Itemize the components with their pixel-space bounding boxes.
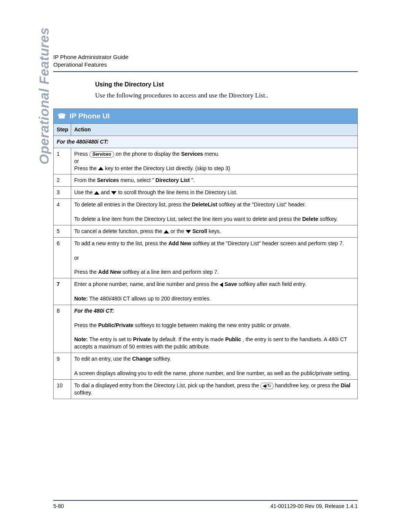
text: ". bbox=[191, 177, 195, 183]
step-num: 1 bbox=[54, 148, 71, 174]
table-row: 7 Enter a phone number, name, and line n… bbox=[54, 278, 358, 305]
text: Add New bbox=[168, 240, 191, 246]
text: softkey at a line item and perform step … bbox=[123, 269, 219, 275]
text: Press the bbox=[74, 269, 98, 275]
text: The entry is set to bbox=[89, 336, 133, 342]
phone-icon: ☎ bbox=[57, 112, 66, 120]
text: To delete all entries in the Directory l… bbox=[74, 201, 192, 208]
table-row: 8 For the 480i CT: Press the Public/Priv… bbox=[54, 305, 358, 353]
text: Public bbox=[225, 336, 241, 342]
procedure-title: IP Phone UI bbox=[70, 112, 110, 120]
text: Press bbox=[74, 151, 89, 157]
col-step: Step bbox=[54, 124, 71, 136]
text: softkey. bbox=[74, 390, 92, 396]
text: To add a new entry to the list, press th… bbox=[74, 240, 168, 246]
text: Scroll bbox=[193, 228, 207, 234]
doc-revision: 41-001129-00 Rev 09, Release 1.4.1 bbox=[270, 503, 358, 509]
text: Private bbox=[133, 336, 151, 342]
text: menu. bbox=[205, 151, 220, 157]
step-num: 9 bbox=[54, 353, 71, 380]
text: softkey after each field entry. bbox=[239, 281, 306, 287]
subhead-480i-ct: For the 480i CT: bbox=[74, 308, 114, 314]
section-title: Using the Directory List bbox=[53, 81, 358, 88]
step-action: Press Services on the phone to display t… bbox=[71, 148, 358, 174]
header-line-2: Operational Features bbox=[53, 61, 358, 69]
text: Directory List bbox=[156, 177, 190, 183]
section-intro: Use the following procedures to access a… bbox=[53, 92, 358, 99]
text: or bbox=[74, 255, 79, 261]
text: Press the bbox=[74, 165, 98, 171]
step-num: 4 bbox=[54, 199, 71, 225]
table-row: 2 From the Services menu, select " Direc… bbox=[54, 174, 358, 187]
down-arrow-icon bbox=[186, 230, 191, 233]
text: Change bbox=[132, 356, 151, 362]
text: handsfree key, or press the bbox=[275, 382, 341, 388]
text: key to enter the Directory List directly… bbox=[105, 165, 230, 171]
text: Services bbox=[181, 151, 203, 157]
step-action: To delete all entries in the Directory l… bbox=[71, 199, 358, 225]
text: or the bbox=[170, 228, 186, 234]
step-num: 7 bbox=[54, 278, 71, 305]
text: To edit an entry, use the bbox=[74, 356, 132, 362]
text: on the phone to display the bbox=[116, 151, 181, 157]
text: Note: bbox=[74, 336, 88, 342]
step-num: 5 bbox=[54, 225, 71, 237]
text: Save bbox=[225, 281, 237, 287]
table-row: 5 To cancel a delete function, press the… bbox=[54, 225, 358, 237]
table-row: 1 Press Services on the phone to display… bbox=[54, 148, 358, 174]
page-footer: 5-80 41-001129-00 Rev 09, Release 1.4.1 bbox=[53, 500, 358, 509]
text: Public/Private bbox=[98, 322, 134, 328]
text: menu, select " bbox=[120, 177, 154, 183]
table-row: 10 To dial a displayed entry from the Di… bbox=[54, 379, 358, 399]
text: softkey at the "Directory List" header. bbox=[219, 201, 306, 208]
left-arrow-icon bbox=[220, 283, 223, 287]
text: Enter a phone number, name, and line num… bbox=[74, 281, 220, 287]
col-action: Action bbox=[71, 124, 358, 136]
text: Note: bbox=[74, 296, 88, 302]
step-action: To dial a displayed entry from the Direc… bbox=[71, 379, 358, 399]
up-arrow-icon bbox=[164, 230, 169, 233]
header-line-1: IP Phone Administrator Guide bbox=[53, 53, 358, 61]
text: From the bbox=[74, 177, 97, 183]
text: To delete a line item from the Directory… bbox=[74, 216, 302, 222]
text: or bbox=[74, 158, 79, 164]
text: Delete bbox=[302, 216, 318, 222]
step-num: 2 bbox=[54, 174, 71, 187]
text: The 480i/480i CT allows up to 200 direct… bbox=[89, 296, 211, 302]
down-arrow-icon bbox=[111, 191, 116, 195]
side-tab-label: Operational Features bbox=[37, 27, 51, 165]
text: Services bbox=[97, 177, 119, 183]
text: and bbox=[101, 189, 111, 195]
step-action: For the 480i CT: Press the Public/Privat… bbox=[71, 305, 358, 353]
procedure-table: Step Action For the 480i/480i CT: 1 Pres… bbox=[53, 123, 358, 399]
text: To dial a displayed entry from the Direc… bbox=[74, 382, 260, 388]
table-row: 9 To edit an entry, use the Change softk… bbox=[54, 353, 358, 380]
step-num: 10 bbox=[54, 379, 71, 399]
step-action: Enter a phone number, name, and line num… bbox=[71, 278, 358, 305]
step-action: Use the and to scroll through the line i… bbox=[71, 187, 358, 199]
text: softkey at the "Directory List" header s… bbox=[193, 240, 344, 246]
text: by default. If the entry is made bbox=[152, 336, 225, 342]
text: softkey. bbox=[153, 356, 171, 362]
text: softkeys to toggle between making the ne… bbox=[135, 322, 291, 328]
step-num: 8 bbox=[54, 305, 71, 353]
table-row: 3 Use the and to scroll through the line… bbox=[54, 187, 358, 199]
header-rule bbox=[53, 71, 358, 72]
text: Use the bbox=[74, 189, 94, 195]
step-num: 3 bbox=[54, 187, 71, 199]
table-row: 6 To add a new entry to the list, press … bbox=[54, 237, 358, 278]
text: A screen displays allowing you to edit t… bbox=[74, 370, 351, 376]
text: keys. bbox=[209, 228, 221, 234]
step-action: From the Services menu, select " Directo… bbox=[71, 174, 358, 187]
up-arrow-icon bbox=[94, 191, 99, 195]
text: to scroll through the line items in the … bbox=[118, 189, 237, 195]
up-arrow-icon bbox=[98, 167, 104, 170]
text: DeleteList bbox=[192, 201, 217, 208]
table-row: 4 To delete all entries in the Directory… bbox=[54, 199, 358, 225]
page-number: 5-80 bbox=[53, 503, 64, 509]
step-action: To edit an entry, use the Change softkey… bbox=[71, 353, 358, 380]
handsfree-key-icon: ◀/↻ bbox=[260, 383, 273, 389]
step-num: 6 bbox=[54, 237, 71, 278]
services-key-icon: Services bbox=[89, 151, 114, 158]
step-action: To add a new entry to the list, press th… bbox=[71, 237, 358, 278]
